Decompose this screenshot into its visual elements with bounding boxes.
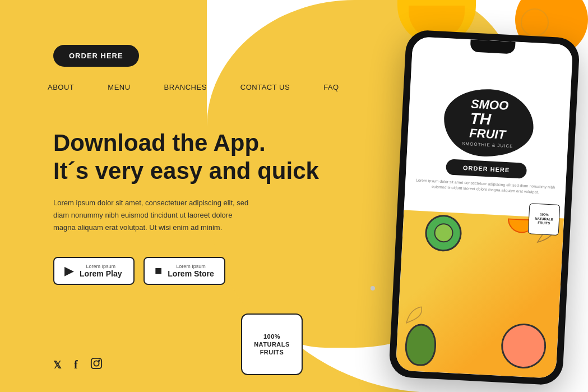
- nav-about[interactable]: ABOUT: [48, 83, 74, 91]
- play-big-label: Lorem Play: [80, 269, 122, 278]
- phone-badge-line3: FRUITS: [538, 222, 550, 225]
- app-download-buttons: ▶ Lorem Ipsum Lorem Play ■ Lorem Ipsum L…: [53, 257, 225, 285]
- hero-headline: Download the App. It´s very easy and qui…: [53, 129, 319, 186]
- hero-section: Download the App. It´s very easy and qui…: [53, 129, 319, 234]
- phone-badge-line2: NATURALE: [535, 216, 553, 221]
- instagram-icon[interactable]: [90, 357, 103, 372]
- phone-logo-subtitle: SMOOTHIE & JUICE: [462, 141, 513, 149]
- play-small-label: Lorem Ipsum: [80, 264, 122, 269]
- phone-screen: SMooThFRuIT SMOOTHIE & JUICE ORDER HERE …: [396, 36, 573, 379]
- facebook-icon[interactable]: f: [74, 358, 78, 371]
- store-small-label: Lorem Ipsum: [168, 264, 214, 269]
- phone-fruits-area: [396, 210, 564, 379]
- kiwi-fruit: [424, 214, 462, 252]
- play-icon: ▶: [64, 264, 74, 278]
- naturals-badge: 100% NATURALS FRUITS: [241, 313, 303, 375]
- store-big-label: Lorem Store: [168, 269, 214, 278]
- play-button-text: Lorem Ipsum Lorem Play: [80, 264, 122, 278]
- phone-notch: [470, 39, 515, 54]
- badge-line1: 100%: [263, 333, 280, 340]
- store-button-text: Lorem Ipsum Lorem Store: [168, 264, 214, 278]
- decorative-dot: [371, 286, 375, 290]
- phone-badge-text: 100% NATURALE FRUITS: [535, 213, 554, 227]
- svg-point-1: [94, 361, 99, 366]
- order-here-button[interactable]: ORDER HERE: [53, 45, 139, 67]
- nav-menu[interactable]: MENU: [108, 83, 130, 91]
- phone-app-top: SMooThFRuIT SMOOTHIE & JUICE ORDER HERE …: [404, 36, 573, 228]
- store-icon: ■: [155, 264, 162, 278]
- svg-rect-0: [91, 358, 101, 368]
- phone-order-button[interactable]: ORDER HERE: [446, 159, 527, 178]
- nav-branches[interactable]: BRANCHES: [164, 83, 207, 91]
- nav-faq[interactable]: FAQ: [323, 83, 339, 91]
- phone-logo-title: SMooThFRuIT: [469, 97, 509, 141]
- play-store-button[interactable]: ▶ Lorem Ipsum Lorem Play: [53, 257, 135, 285]
- badge-text: 100% NATURALS FRUITS: [254, 333, 290, 357]
- nav-contact[interactable]: CONTACT US: [240, 83, 290, 91]
- phone-mockup: SMooThFRuIT SMOOTHIE & JUICE ORDER HERE …: [397, 34, 571, 381]
- phone-description: Lorem ipsum dolor sit amet consectetuer …: [405, 177, 566, 197]
- deco-circle-2: [521, 8, 549, 36]
- phone-logo-blob: SMooThFRuIT SMOOTHIE & JUICE: [442, 87, 535, 159]
- hero-body: Lorem ipsum dolor sit amet, consectetuer…: [53, 197, 255, 234]
- phone-outer-frame: SMooThFRuIT SMOOTHIE & JUICE ORDER HERE …: [388, 29, 580, 385]
- phone-natural-badge: 100% NATURALE FRUITS: [528, 203, 561, 236]
- avocado-fruit: [404, 323, 437, 367]
- social-links: 𝕏 f: [53, 357, 103, 372]
- svg-point-2: [99, 360, 100, 361]
- deco-banana-icon: [404, 303, 427, 327]
- app-store-button[interactable]: ■ Lorem Ipsum Lorem Store: [143, 257, 225, 285]
- badge-line2: NATURALS: [254, 341, 290, 348]
- twitter-icon[interactable]: 𝕏: [53, 359, 62, 371]
- grapefruit: [500, 322, 547, 370]
- badge-line3: FRUITS: [260, 349, 284, 356]
- headline-line2: It´s very easy and quick: [53, 158, 319, 184]
- headline-line1: Download the App.: [53, 130, 266, 156]
- phone-badge-line1: 100%: [540, 213, 549, 216]
- main-nav: ABOUT MENU BRANCHES CONTACT US FAQ: [48, 83, 339, 91]
